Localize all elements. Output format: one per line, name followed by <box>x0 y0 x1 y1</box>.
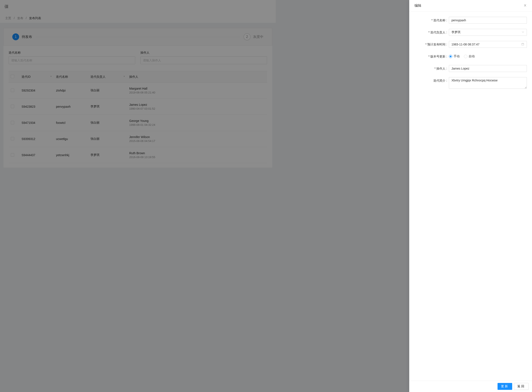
modal-mask[interactable] <box>0 0 276 203</box>
